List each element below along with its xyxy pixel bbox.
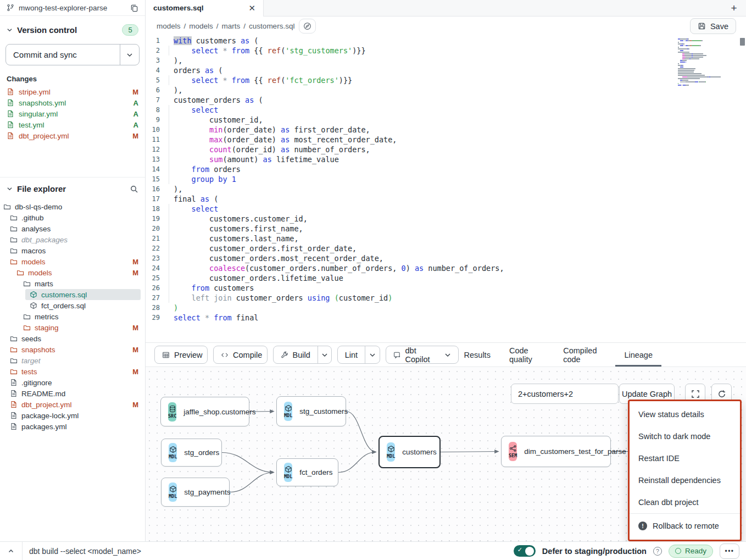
code-line[interactable]: 16), — [146, 184, 746, 194]
tree-item-macros[interactable]: macros — [0, 245, 145, 256]
lint-button[interactable]: Lint — [337, 346, 380, 364]
tree-item-dbt-project-yml[interactable]: dbt_project.ymlM — [0, 399, 145, 410]
code-line[interactable]: 27 left join customer_orders using (cust… — [146, 293, 746, 303]
minimap[interactable] — [678, 38, 732, 86]
code-line[interactable]: 10 min(order_date) as first_order_date, — [146, 125, 746, 135]
breadcrumb-item[interactable]: models — [189, 22, 213, 30]
search-icon[interactable] — [130, 185, 138, 193]
tree-item-readme-md[interactable]: README.md — [0, 388, 145, 399]
lineage-selector-input[interactable] — [511, 384, 619, 404]
breadcrumb-item[interactable]: models — [157, 22, 181, 30]
code-line[interactable]: 2 select * from {{ ref('stg_customers')}… — [146, 46, 746, 56]
menu-item-view-status-details[interactable]: View status details — [630, 403, 740, 425]
code-line[interactable]: 26 from customers — [146, 283, 746, 293]
breadcrumb-item[interactable]: customers.sql — [249, 22, 294, 30]
more-options-button[interactable]: ••• — [720, 544, 739, 559]
compile-button[interactable]: Compile — [213, 346, 268, 364]
code-line[interactable]: 12 count(order_id) as number_of_orders, — [146, 145, 746, 154]
code-line[interactable]: 21 customers.last_name, — [146, 234, 746, 243]
code-line[interactable]: 6), — [146, 85, 746, 95]
menu-item-restart-ide[interactable]: Restart IDE — [630, 447, 740, 469]
commit-options-caret[interactable] — [120, 45, 139, 65]
tab-compiled-code[interactable]: Compiled code — [563, 343, 605, 367]
code-line[interactable]: 5 select * from {{ ref('fct_orders')}} — [146, 75, 746, 85]
tree-item-db-sl-qs-demo[interactable]: db-sl-qs-demo — [0, 201, 145, 212]
commit-and-sync-button[interactable]: Commit and sync — [5, 44, 140, 65]
changed-file-row[interactable]: singular.yml A — [0, 108, 145, 119]
defer-toggle[interactable]: ✓ — [514, 545, 536, 557]
code-line[interactable]: 29select * from final — [146, 313, 746, 323]
build-button[interactable]: Build — [273, 346, 332, 364]
code-line[interactable]: 3), — [146, 56, 746, 65]
file-explorer-header[interactable]: File explorer — [0, 184, 145, 193]
tree-item-fct-orders-sql[interactable]: fct_orders.sql — [0, 300, 145, 311]
menu-item-reinstall-dependencies[interactable]: Reinstall dependencies — [630, 469, 740, 491]
code-line[interactable]: 13 sum(amount) as lifetime_value — [146, 154, 746, 164]
version-control-header[interactable]: Version control 5 — [7, 24, 138, 36]
tree-item-models[interactable]: modelsM — [0, 267, 145, 278]
tab-lineage[interactable]: Lineage — [624, 343, 653, 367]
code-line[interactable]: 11 max(order_date) as most_recent_order_… — [146, 135, 746, 145]
tab-code-quality[interactable]: Code quality — [509, 343, 544, 367]
code-line[interactable]: 14 from orders — [146, 164, 746, 174]
tab-results[interactable]: Results — [464, 343, 491, 367]
tree-item-tests[interactable]: testsM — [0, 366, 145, 377]
tree-item--gitignore[interactable]: .gitignore — [0, 377, 145, 388]
menu-item-clean-dbt-project[interactable]: Clean dbt project — [630, 491, 740, 513]
code-editor[interactable]: 1with customers as (2 select * from {{ r… — [146, 36, 746, 342]
menu-item-switch-to-dark-mode[interactable]: Switch to dark mode — [630, 425, 740, 447]
code-line[interactable]: 7customer_orders as ( — [146, 95, 746, 105]
cli-command-text[interactable]: dbt build --select <model_name> — [29, 547, 141, 556]
code-line[interactable]: 1with customers as ( — [146, 36, 746, 46]
tree-item-customers-sql[interactable]: customers.sql — [0, 289, 145, 300]
code-line[interactable]: 24 coalesce(customer_orders.number_of_or… — [146, 263, 746, 273]
breadcrumb-item[interactable]: marts — [222, 22, 241, 30]
status-ready-badge[interactable]: Ready — [669, 545, 713, 558]
expand-panel-chevron-icon[interactable] — [0, 542, 22, 560]
code-line[interactable]: 8 select — [146, 105, 746, 115]
code-line[interactable]: 4orders as ( — [146, 65, 746, 75]
lineage-node-jaffle-shop-customers[interactable]: SRC jaffle_shop.customers — [160, 397, 249, 426]
tree-item-models[interactable]: modelsM — [0, 256, 145, 267]
tree-item-marts[interactable]: marts — [0, 278, 145, 289]
tree-item-snapshots[interactable]: snapshotsM — [0, 344, 145, 355]
code-line[interactable]: 18 select — [146, 204, 746, 214]
code-line[interactable]: 25 customer_orders.lifetime_value — [146, 273, 746, 283]
changed-file-row[interactable]: stripe.yml M — [0, 86, 145, 97]
save-button[interactable]: Save — [690, 18, 736, 34]
menu-item-rollback-to-remote[interactable]: ! Rollback to remote — [630, 513, 740, 537]
tree-item-seeds[interactable]: seeds — [0, 333, 145, 344]
code-line[interactable]: 9 customer_id, — [146, 115, 746, 125]
tree-item--github[interactable]: .github — [0, 212, 145, 223]
changed-file-row[interactable]: test.yml A — [0, 119, 145, 130]
lineage-node-fct-orders[interactable]: MDL fct_orders — [276, 458, 338, 486]
code-line[interactable]: 28) — [146, 303, 746, 313]
code-line[interactable]: 22 customer_orders.first_order_date, — [146, 243, 746, 253]
tree-item-packages-yml[interactable]: packages.yml — [0, 421, 145, 432]
code-line[interactable]: 23 customer_orders.most_recent_order_dat… — [146, 253, 746, 263]
code-line[interactable]: 15 group by 1 — [146, 174, 746, 184]
lineage-node-stg-customers[interactable]: MDL stg_customers — [276, 396, 346, 426]
lineage-node-customers[interactable]: MDL customers — [378, 436, 441, 468]
new-tab-button[interactable]: + — [722, 0, 746, 16]
tree-item-metrics[interactable]: metrics — [0, 311, 145, 322]
code-line[interactable]: 17final as ( — [146, 194, 746, 204]
code-line[interactable]: 20 customers.first_name, — [146, 224, 746, 234]
tree-item-target[interactable]: target — [0, 355, 145, 366]
preview-button[interactable]: Preview — [154, 346, 208, 364]
tree-item-package-lock-yml[interactable]: package-lock.yml — [0, 410, 145, 421]
dropdown-caret[interactable] — [365, 346, 379, 363]
help-question-icon[interactable]: ? — [653, 547, 662, 556]
changed-file-row[interactable]: snapshots.yml A — [0, 97, 145, 108]
tab-customers-sql[interactable]: customers.sql ✕ — [146, 0, 264, 16]
tree-item-staging[interactable]: stagingM — [0, 322, 145, 333]
lineage-node-dim-customers-test-for-parse[interactable]: SEM dim_customers_test_for_parse — [501, 436, 611, 467]
dropdown-caret[interactable] — [318, 346, 331, 363]
close-tab-icon[interactable]: ✕ — [248, 3, 255, 13]
code-line[interactable]: 19 customers.customer_id, — [146, 214, 746, 224]
explore-compass-button[interactable] — [299, 19, 316, 34]
lineage-node-stg-orders[interactable]: MDL stg_orders — [161, 439, 222, 467]
editor-scrollbar[interactable] — [740, 38, 745, 46]
copy-icon[interactable] — [130, 4, 138, 12]
dbt-copilot-button[interactable]: dbt Copilot — [386, 346, 459, 364]
